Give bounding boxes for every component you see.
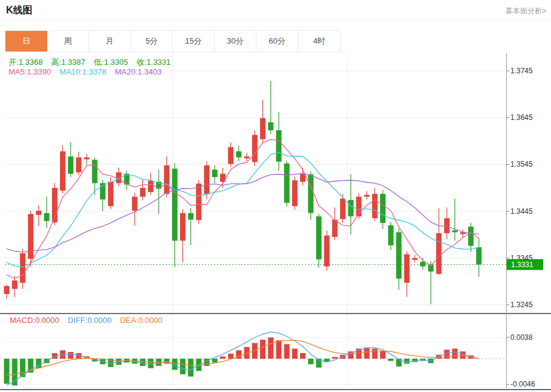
candle-up [364,195,370,197]
candle-up [332,219,338,237]
macd-legend-item: MACD:0.0000 [10,316,59,325]
price-tick-label: 1.3245 [510,301,533,309]
candle-down [284,164,290,203]
candle-up [228,147,233,164]
candle-up [20,253,25,283]
candle-down [476,247,482,265]
macd-bar-positive [68,352,73,359]
candle-down [316,216,321,259]
ohlc-legend-label: 收: [136,58,147,67]
price-tick-label: 1.3445 [510,207,533,216]
candle-up [132,197,138,211]
candle-up [252,135,258,162]
candle-up [108,182,113,206]
ma-legend-value: 1.3403 [138,67,162,76]
price-axis: 1.37451.36451.35451.34451.33451.32450.00… [506,67,535,388]
candle-up [404,254,410,283]
macd-bar-negative [212,359,218,362]
macd-bar-positive [452,348,458,359]
ma-legend-value: 1.3390 [27,67,51,76]
price-tick-label: 1.3545 [510,160,533,168]
ma-legend-label: MA10: [59,67,82,76]
macd-legend: MACD:0.0000DIFF:0.0000DEA:0.0000 [10,316,171,325]
ohlc-legend-item: 开:1.3368 [8,57,42,68]
candle-down [348,200,353,216]
ma-legend-item: MA5:1.3390 [8,67,51,76]
macd-bar-positive [380,351,386,359]
candle-up [444,218,450,233]
macd-bar-positive [268,337,273,359]
ma-legend-item: MA10:1.3378 [59,67,106,76]
candle-down [268,122,273,130]
macd-bar-negative [180,359,185,374]
macd-legend-label: DIFF: [68,316,88,325]
candle-up [244,156,250,158]
candle-down [420,262,426,267]
macd-bar-positive [284,344,290,359]
macd-legend-value: 0.0000 [35,316,59,325]
candle-up [28,214,33,259]
candle-down [452,230,458,232]
price-tick-label: 1.3745 [510,67,533,75]
candle-down [388,225,393,245]
ma-legend-label: MA20: [115,67,138,76]
candle-up [292,181,298,206]
candle-up [164,165,170,194]
candle-up [204,165,210,194]
candle-down [276,130,281,162]
candle-down [308,174,313,213]
macd-bar-positive [276,341,281,359]
candle-up [324,236,330,267]
candle-up [196,184,201,220]
candle-up [140,188,145,197]
candle-up [12,281,18,289]
ohlc-legend-item: 收:1.3331 [136,57,170,68]
ohlc-legend-item: 高:1.3387 [51,57,85,68]
ohlc-legend-value: 1.3305 [104,58,128,67]
ma-legend: MA5:1.3390MA10:1.3378MA20:1.3403 [8,67,170,76]
macd-bar-positive [292,348,298,359]
candle-down [188,213,193,220]
macd-bar-negative [140,359,145,366]
macd-bar-negative [148,359,153,368]
macd-bar-positive [220,356,225,359]
macd-bar-negative [4,359,10,384]
kline-page: K线图 基本面分析> 日周月5分15分30分60分4时 1.37451.3645… [0,0,551,392]
candle-up [412,258,418,260]
candle-up [260,118,265,139]
macd-bar-negative [12,359,18,385]
macd-tick-label: -0.0046 [510,380,535,388]
macd-legend-item: DEA:0.0000 [120,316,162,325]
ohlc-legend-value: 1.3368 [19,58,43,67]
macd-bar-negative [188,359,193,376]
candle-down [396,232,401,278]
ohlc-legend-label: 开: [8,58,19,67]
candle-down [380,194,386,223]
candle-down [44,213,50,221]
candle-down [236,151,241,158]
candle-down [212,170,218,177]
candle-up [148,181,153,192]
candle-down [468,227,473,246]
macd-bar-negative [388,359,393,361]
macd-histogram [4,337,474,385]
candle-up [84,158,90,159]
price-tick-label: 1.3645 [510,113,533,122]
macd-legend-label: MACD: [10,316,35,325]
ohlc-legend-value: 1.3387 [61,58,85,67]
macd-bar-negative [308,359,313,364]
macd-bar-positive [228,354,233,359]
macd-legend-value: 0.0000 [138,316,162,325]
candle-up [372,194,378,218]
candle-up [36,211,41,215]
candles-layer [4,81,482,304]
chart-layers: 1.37451.36451.35451.34451.33451.32450.00… [0,53,551,390]
macd-bar-positive [300,353,306,359]
macd-legend-value: 0.0000 [87,316,112,325]
candle-up [436,233,441,274]
candle-up [4,286,10,294]
ma-legend-value: 1.3378 [82,67,107,76]
candle-down [92,160,98,184]
macd-bar-positive [364,348,370,359]
ma-legend-label: MA5: [8,67,27,76]
